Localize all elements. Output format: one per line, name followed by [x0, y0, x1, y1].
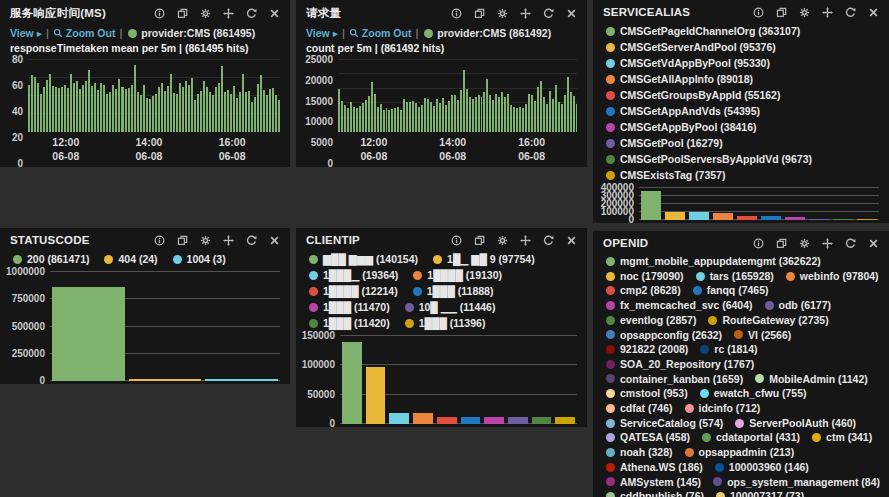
legend-item[interactable]: ewatch_cfwu (755)	[700, 386, 807, 401]
chart-statuscode[interactable]: 02500005000007500001000000	[2, 272, 280, 381]
legend-item[interactable]: SOA_20_Repository (1767)	[606, 357, 754, 372]
info-icon[interactable]	[451, 8, 462, 19]
legend-item[interactable]: 200 (861471)	[13, 251, 89, 267]
legend-item[interactable]: 404 (24)	[104, 251, 157, 267]
legend-item[interactable]: MobileAdmin (1142)	[755, 372, 868, 387]
series-label[interactable]: provider:CMS (861495)	[141, 27, 255, 39]
close-icon[interactable]	[566, 8, 577, 19]
legend-item[interactable]: 1███ (11888)	[413, 283, 494, 299]
legend-item[interactable]: eventlog (2857)	[606, 313, 696, 328]
refresh-icon[interactable]	[543, 8, 554, 19]
legend-item[interactable]: CMSGetAllAppInfo (89018)	[606, 71, 753, 87]
plot-area[interactable]	[50, 272, 280, 381]
legend-item[interactable]: cddbpublish (76)	[606, 489, 704, 497]
close-icon[interactable]	[269, 8, 280, 19]
series-label[interactable]: provider:CMS (861492)	[437, 27, 551, 39]
gear-icon[interactable]	[497, 235, 508, 246]
legend-item[interactable]: 100003960 (146)	[715, 460, 809, 475]
legend-item[interactable]: noah (328)	[606, 445, 673, 460]
legend-item[interactable]: RouteGateway (2735)	[708, 313, 828, 328]
legend-item[interactable]: 1███▁ (19364)	[309, 267, 398, 283]
move-icon[interactable]	[520, 8, 531, 19]
legend-item[interactable]: CMSGetPoolServersByAppIdVd (9673)	[606, 151, 812, 167]
legend-item[interactable]: ctm (341)	[812, 430, 872, 445]
duplicate-icon[interactable]	[177, 235, 188, 246]
legend-item[interactable]: QATESA (458)	[606, 430, 690, 445]
gear-icon[interactable]	[200, 235, 211, 246]
legend-item[interactable]: opsappconfig (2632)	[606, 328, 722, 343]
legend-item[interactable]: container_kanban (1659)	[606, 372, 743, 387]
legend-item[interactable]: CMSGetAppAndVds (54395)	[606, 103, 760, 119]
legend-item[interactable]: VI (2566)	[734, 328, 791, 343]
legend-item[interactable]: CMSGetPageIdChannelOrg (363107)	[606, 23, 800, 39]
legend-item[interactable]: Athena.WS (186)	[606, 460, 703, 475]
info-icon[interactable]	[154, 8, 165, 19]
legend-item[interactable]: noc (179090)	[606, 269, 684, 284]
legend-item[interactable]: ▇██ ▇▆▆ (140154)	[309, 251, 418, 267]
refresh-icon[interactable]	[543, 235, 554, 246]
close-icon[interactable]	[269, 235, 280, 246]
plot-area[interactable]	[338, 60, 577, 132]
legend-item[interactable]: CMSGetVdAppByPool (95330)	[606, 55, 770, 71]
legend-item[interactable]: tars (165928)	[696, 269, 774, 284]
legend-item[interactable]: 1████ (19130)	[413, 267, 502, 283]
legend-item[interactable]: cdfat (746)	[606, 401, 673, 416]
duplicate-icon[interactable]	[474, 235, 485, 246]
legend-item[interactable]: odb (6177)	[765, 298, 832, 313]
legend-item[interactable]: 10█ ▁▁ (11446)	[405, 299, 496, 315]
chart-servicealias[interactable]: 0100000200000300000400000	[595, 188, 879, 220]
duplicate-icon[interactable]	[776, 7, 787, 18]
legend-item[interactable]: AMSystem (145)	[606, 475, 701, 490]
legend-item[interactable]: CMSExistsTag (7357)	[606, 167, 725, 183]
plot-area[interactable]	[340, 336, 577, 424]
legend-item[interactable]: 1004 (3)	[173, 251, 226, 267]
plot-area[interactable]	[639, 188, 879, 220]
move-icon[interactable]	[822, 7, 833, 18]
view-link[interactable]: View ▸	[306, 27, 338, 39]
legend-item[interactable]: cdataportal (431)	[702, 430, 800, 445]
zoom-out-link[interactable]: Zoom Out	[349, 27, 412, 39]
gear-icon[interactable]	[799, 7, 810, 18]
gear-icon[interactable]	[497, 8, 508, 19]
chart-requests[interactable]: 050001000015000200002500012:0006-0814:00…	[298, 60, 577, 164]
legend-item[interactable]: ServiceCatalog (574)	[606, 416, 723, 431]
legend-item[interactable]: ServerPoolAuth (460)	[735, 416, 856, 431]
move-icon[interactable]	[223, 8, 234, 19]
legend-item[interactable]: 1███ (11396)	[405, 315, 486, 331]
close-icon[interactable]	[868, 7, 879, 18]
move-icon[interactable]	[520, 235, 531, 246]
info-icon[interactable]	[753, 238, 764, 249]
legend-item[interactable]: 1███ (11420)	[309, 315, 390, 331]
legend-item[interactable]: 1████ (12214)	[309, 283, 398, 299]
refresh-icon[interactable]	[246, 235, 257, 246]
chart-clientip[interactable]: 050000100000150000	[298, 336, 577, 424]
legend-item[interactable]: CMSGetGroupsByAppId (55162)	[606, 87, 780, 103]
info-icon[interactable]	[154, 235, 165, 246]
legend-item[interactable]: ops_system_management (84)	[713, 475, 880, 490]
refresh-icon[interactable]	[246, 8, 257, 19]
plot-area[interactable]	[28, 60, 280, 132]
legend-item[interactable]: idcinfo (712)	[685, 401, 761, 416]
refresh-icon[interactable]	[845, 7, 856, 18]
duplicate-icon[interactable]	[177, 8, 188, 19]
legend-item[interactable]: CMSGetAppByPool (38416)	[606, 119, 757, 135]
chart-response-time[interactable]: 02040608012:0006-0814:0006-0816:0006-08	[2, 60, 280, 164]
duplicate-icon[interactable]	[474, 8, 485, 19]
legend-item[interactable]: 1█▁ ▇█ 9 (97754)	[433, 251, 535, 267]
close-icon[interactable]	[868, 238, 879, 249]
close-icon[interactable]	[566, 235, 577, 246]
refresh-icon[interactable]	[845, 238, 856, 249]
legend-item[interactable]: fanqq (7465)	[693, 283, 769, 298]
gear-icon[interactable]	[200, 8, 211, 19]
legend-item[interactable]: webinfo (97804)	[786, 269, 879, 284]
legend-item[interactable]: mgmt_mobile_appupdatemgmt (362622)	[606, 254, 821, 269]
info-icon[interactable]	[753, 7, 764, 18]
view-link[interactable]: View ▸	[10, 27, 42, 39]
zoom-out-link[interactable]: Zoom Out	[53, 27, 116, 39]
legend-item[interactable]: CMSGetServerAndPool (95376)	[606, 39, 776, 55]
legend-item[interactable]: cmp2 (8628)	[606, 283, 681, 298]
gear-icon[interactable]	[799, 238, 810, 249]
legend-item[interactable]: CMSGetPool (16279)	[606, 135, 723, 151]
info-icon[interactable]	[451, 235, 462, 246]
legend-item[interactable]: 1███ (11470)	[309, 299, 390, 315]
